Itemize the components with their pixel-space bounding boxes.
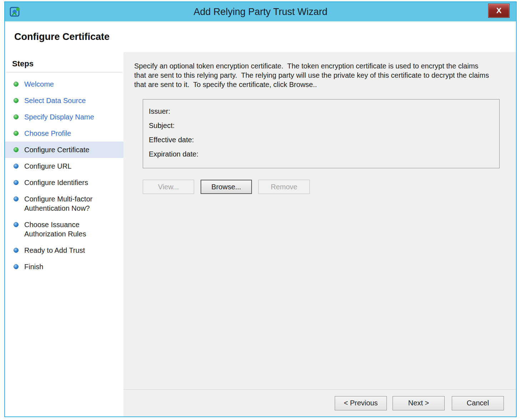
certificate-field-issuer: Issuer: — [149, 104, 494, 119]
step-item-configure-url: Configure URL — [5, 158, 123, 174]
certificate-field-subject: Subject: — [149, 119, 494, 133]
step-item-configure-identifiers: Configure Identifiers — [5, 174, 123, 191]
step-item-ready-to-add-trust: Ready to Add Trust — [5, 242, 123, 258]
step-complete-bullet-icon — [14, 98, 19, 103]
step-label: Welcome — [24, 80, 54, 89]
close-button[interactable]: X — [488, 4, 510, 18]
step-pending-bullet-icon — [14, 164, 19, 169]
step-description: Specify an optional token encryption cer… — [134, 61, 491, 89]
step-item-choose-issuance-authorization-rules: Choose Issuance Authorization Rules — [5, 216, 123, 242]
remove-button[interactable]: Remove — [258, 180, 310, 194]
step-item-configure-certificate: Configure Certificate — [5, 142, 123, 158]
content-area: Specify an optional token encryption cer… — [123, 52, 516, 389]
steps-divider — [6, 72, 122, 72]
step-item-choose-profile[interactable]: Choose Profile — [5, 125, 123, 142]
steps-sidebar: Steps WelcomeSelect Data SourceSpecify D… — [5, 52, 123, 416]
title-bar: Add Relying Party Trust Wizard X — [5, 2, 516, 21]
certificate-field-expiration-date: Expiration date: — [149, 147, 494, 162]
step-pending-bullet-icon — [14, 180, 19, 185]
step-item-welcome[interactable]: Welcome — [5, 76, 123, 92]
page-header: Configure Certificate — [5, 21, 516, 52]
step-item-configure-multi-factor-authentication-now: Configure Multi-factor Authentication No… — [5, 191, 123, 216]
step-complete-bullet-icon — [14, 131, 19, 136]
step-item-specify-display-name[interactable]: Specify Display Name — [5, 109, 123, 125]
certificate-field-effective-date: Effective date: — [149, 133, 494, 147]
step-label: Ready to Add Trust — [24, 246, 85, 255]
step-label: Finish — [24, 262, 43, 271]
steps-title: Steps — [12, 59, 123, 68]
steps-list: WelcomeSelect Data SourceSpecify Display… — [5, 76, 123, 275]
wizard-window: Add Relying Party Trust Wizard X Configu… — [4, 1, 517, 417]
step-label: Specify Display Name — [24, 112, 94, 122]
step-label: Choose Issuance Authorization Rules — [24, 220, 110, 239]
step-label: Select Data Source — [24, 96, 86, 105]
page-title: Configure Certificate — [14, 31, 110, 42]
step-label: Choose Profile — [24, 129, 71, 138]
step-pending-bullet-icon — [14, 222, 19, 227]
wizard-footer: < Previous Next > Cancel — [123, 389, 516, 416]
step-item-select-data-source[interactable]: Select Data Source — [5, 92, 123, 109]
step-label: Configure Multi-factor Authentication No… — [24, 194, 110, 213]
previous-button[interactable]: < Previous — [335, 396, 387, 410]
step-pending-bullet-icon — [14, 248, 19, 253]
certificate-info-box: Issuer:Subject:Effective date:Expiration… — [143, 99, 500, 168]
step-pending-bullet-icon — [14, 196, 19, 201]
step-label: Configure URL — [24, 162, 71, 171]
step-label: Configure Identifiers — [24, 178, 88, 187]
step-label: Configure Certificate — [24, 145, 89, 154]
step-item-finish: Finish — [5, 258, 123, 275]
step-complete-bullet-icon — [14, 82, 19, 87]
window-title: Add Relying Party Trust Wizard — [5, 2, 516, 21]
next-button[interactable]: Next > — [393, 396, 445, 410]
certificate-buttons: View... Browse... Remove — [143, 180, 499, 194]
cancel-button[interactable]: Cancel — [452, 396, 504, 410]
view-button[interactable]: View... — [143, 180, 194, 194]
browse-button[interactable]: Browse... — [201, 180, 252, 194]
step-pending-bullet-icon — [14, 264, 19, 269]
step-complete-bullet-icon — [14, 147, 19, 152]
step-complete-bullet-icon — [14, 114, 19, 119]
